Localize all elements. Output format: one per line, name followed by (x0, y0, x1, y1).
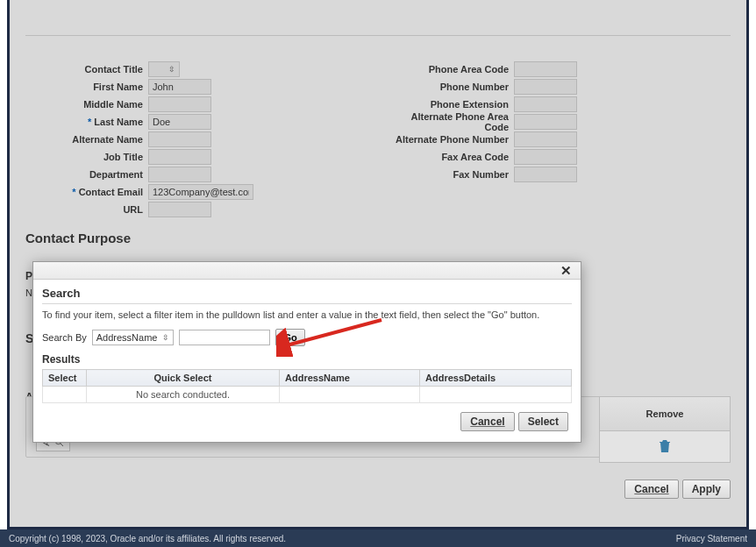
search-modal: ✕ Search To find your item, select a fil… (32, 261, 581, 443)
copyright-text: Copyright (c) 1998, 2023, Oracle and/or … (9, 534, 286, 543)
label-phone-ext: Phone Extension (391, 99, 514, 110)
first-name-input[interactable] (148, 79, 211, 95)
footer: Copyright (c) 1998, 2023, Oracle and/or … (0, 529, 756, 547)
behind-label-n: N (25, 288, 32, 298)
alt-phone-area-input[interactable] (514, 114, 577, 130)
fax-number-input[interactable] (514, 167, 577, 182)
label-contact-email: Contact Email (25, 187, 148, 197)
contact-title-select[interactable]: ⇳ (148, 61, 180, 77)
search-by-label: Search By (42, 332, 87, 343)
modal-actions: Cancel Select (42, 403, 572, 431)
behind-label-p: P (25, 270, 32, 282)
col-address-name: AddressName (280, 370, 420, 387)
remove-header: Remove (599, 396, 731, 431)
label-fax-area: Fax Area Code (391, 152, 514, 162)
label-job-title: Job Title (25, 152, 148, 162)
last-name-input[interactable] (148, 114, 211, 130)
privacy-link[interactable]: Privacy Statement (676, 534, 747, 543)
label-department: Department (25, 169, 148, 180)
alt-phone-number-input[interactable] (514, 131, 577, 147)
phone-area-input[interactable] (514, 61, 577, 77)
search-input[interactable] (179, 330, 270, 345)
contact-form: Contact Title ⇳ First Name Middle Name L… (25, 60, 731, 218)
results-table: Select Quick Select AddressName AddressD… (42, 369, 572, 403)
label-fax-number: Fax Number (391, 169, 514, 180)
label-last-name: Last Name (25, 117, 148, 127)
empty-message: No search conducted. (87, 387, 280, 403)
alternate-name-input[interactable] (148, 131, 211, 147)
label-alt-phone-number: Alternate Phone Number (391, 134, 514, 145)
modal-help-text: To find your item, select a filter item … (42, 309, 572, 320)
modal-select-button[interactable]: Select (518, 412, 568, 431)
modal-title: Search (42, 287, 572, 304)
department-input[interactable] (148, 167, 211, 182)
page-actions: Cancel Apply (624, 480, 731, 499)
label-first-name: First Name (25, 82, 148, 92)
chevron-updown-icon: ⇳ (168, 66, 175, 73)
search-by-select[interactable]: AddressName ⇳ (92, 330, 175, 345)
middle-name-input[interactable] (148, 96, 211, 112)
table-header-row: Select Quick Select AddressName AddressD… (43, 370, 572, 387)
label-phone-area: Phone Area Code (391, 64, 514, 75)
contact-purpose-heading: Contact Purpose (25, 231, 731, 245)
chevron-updown-icon: ⇳ (162, 334, 169, 341)
go-button[interactable]: Go (275, 329, 304, 346)
fax-area-input[interactable] (514, 149, 577, 165)
modal-titlebar: ✕ (33, 262, 581, 280)
svg-line-1 (61, 444, 63, 446)
job-title-input[interactable] (148, 149, 211, 165)
contact-email-input[interactable] (148, 184, 253, 200)
label-url: URL (25, 204, 148, 215)
trash-icon (659, 439, 671, 455)
search-by-value: AddressName (96, 332, 158, 343)
col-address-details: AddressDetails (420, 370, 572, 387)
cancel-button[interactable]: Cancel (624, 480, 678, 499)
phone-number-input[interactable] (514, 79, 577, 95)
col-select: Select (43, 370, 87, 387)
col-quick-select: Quick Select (87, 370, 280, 387)
label-alt-phone-area: Alternate Phone Area Code (391, 111, 514, 132)
apply-button[interactable]: Apply (682, 480, 731, 499)
remove-column: Remove (599, 396, 731, 465)
table-row: No search conducted. (43, 387, 572, 403)
label-alternate-name: Alternate Name (25, 134, 148, 145)
divider (25, 35, 731, 36)
phone-ext-input[interactable] (514, 96, 577, 112)
close-icon[interactable]: ✕ (560, 263, 572, 279)
label-contact-title: Contact Title (25, 64, 148, 75)
remove-cell[interactable] (599, 431, 731, 463)
modal-cancel-button[interactable]: Cancel (460, 412, 514, 431)
label-phone-number: Phone Number (391, 82, 514, 92)
url-input[interactable] (148, 202, 211, 217)
label-middle-name: Middle Name (25, 99, 148, 110)
results-heading: Results (42, 353, 572, 366)
